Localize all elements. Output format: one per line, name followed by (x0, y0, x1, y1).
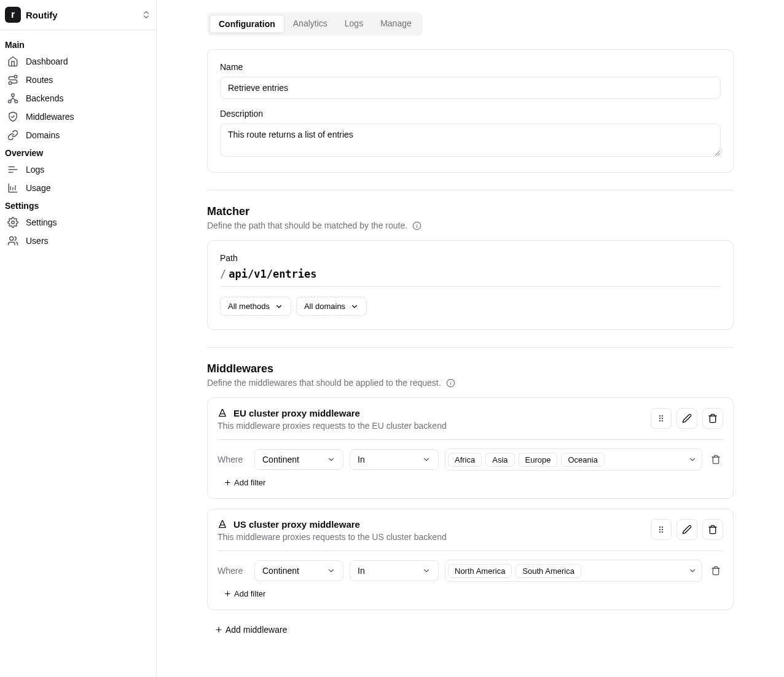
remove-filter-button[interactable] (708, 563, 723, 578)
matcher-desc: Define the path that should be matched b… (207, 221, 734, 230)
middlewares-desc: Define the middlewares that should be ap… (207, 378, 734, 388)
sidebar-item-label: Users (26, 236, 49, 246)
name-input[interactable] (220, 77, 721, 99)
where-label: Where (218, 566, 248, 576)
svg-point-17 (662, 420, 662, 421)
drag-handle[interactable] (651, 408, 672, 429)
users-icon (7, 235, 18, 246)
path-row: / (220, 268, 721, 287)
edit-button[interactable] (676, 519, 697, 540)
sidebar-item-settings[interactable]: Settings (5, 213, 151, 232)
tag[interactable]: Asia (485, 453, 514, 467)
sidebar-item-label: Middlewares (26, 112, 74, 122)
matcher-card: Path / All methods All domains (207, 240, 734, 330)
sidebar-item-label: Dashboard (26, 57, 68, 66)
cone-icon (218, 520, 227, 530)
path-input[interactable] (229, 268, 721, 280)
sidebar-item-logs[interactable]: Logs (5, 160, 151, 179)
tab-configuration[interactable]: Configuration (210, 15, 284, 33)
tag[interactable]: Oceania (561, 453, 604, 467)
svg-point-14 (659, 420, 660, 421)
add-filter-label: Add filter (234, 589, 265, 598)
filter-field-select[interactable]: Continent (254, 449, 343, 470)
edit-button[interactable] (676, 408, 697, 429)
svg-point-22 (662, 529, 662, 530)
info-icon[interactable] (446, 378, 455, 388)
plus-icon (214, 625, 223, 634)
svg-point-1 (14, 76, 17, 79)
description-input[interactable] (220, 123, 721, 157)
methods-select[interactable]: All methods (220, 297, 291, 316)
shield-icon (7, 111, 18, 122)
sidebar-item-routes[interactable]: Routes (5, 71, 151, 89)
add-filter-button[interactable]: Add filter (224, 589, 265, 598)
add-middleware-button[interactable]: Add middleware (214, 625, 287, 635)
tab-logs[interactable]: Logs (336, 15, 372, 33)
svg-point-9 (10, 237, 14, 240)
svg-point-23 (662, 531, 662, 532)
domains-select[interactable]: All domains (296, 297, 367, 316)
tag[interactable]: South America (515, 564, 581, 578)
sidebar-item-backends[interactable]: Backends (5, 89, 151, 108)
tab-manage[interactable]: Manage (372, 15, 420, 33)
middleware-desc: This middleware proxies requests to the … (218, 421, 447, 431)
name-label: Name (220, 62, 721, 72)
sidebar-item-label: Domains (26, 130, 60, 140)
chevron-down-icon (275, 302, 283, 311)
svg-point-16 (662, 418, 662, 418)
middlewares-title: Middlewares (207, 362, 734, 375)
sidebar-item-domains[interactable]: Domains (5, 126, 151, 144)
sidebar-item-middlewares[interactable]: Middlewares (5, 108, 151, 126)
svg-point-15 (662, 415, 662, 416)
filter-values-select[interactable]: North AmericaSouth America (445, 560, 702, 582)
nav-section-title: Settings (5, 197, 151, 213)
divider (207, 347, 734, 348)
remove-filter-button[interactable] (708, 452, 723, 467)
tag[interactable]: Europe (519, 453, 558, 467)
chevron-down-icon (688, 455, 697, 464)
chart-icon (7, 182, 18, 194)
delete-button[interactable] (702, 519, 723, 540)
tab-analytics[interactable]: Analytics (284, 15, 336, 33)
tag[interactable]: Africa (448, 453, 482, 467)
info-icon[interactable] (412, 221, 421, 230)
sidebar-item-dashboard[interactable]: Dashboard (5, 52, 151, 71)
path-label: Path (220, 253, 721, 263)
sidebar-item-label: Logs (26, 165, 44, 174)
filter-field-select[interactable]: Continent (254, 560, 343, 581)
link-icon (7, 130, 18, 141)
logs-icon (7, 164, 18, 175)
add-middleware-label: Add middleware (225, 625, 287, 635)
sidebar-item-usage[interactable]: Usage (5, 179, 151, 197)
backends-icon (7, 93, 18, 104)
middleware-card: US cluster proxy middleware This middlew… (207, 509, 734, 610)
sidebar-item-users[interactable]: Users (5, 232, 151, 250)
drag-handle[interactable] (651, 519, 672, 540)
middleware-desc: This middleware proxies requests to the … (218, 532, 447, 542)
sidebar-item-label: Routes (26, 75, 53, 85)
chevrons-up-down-icon (141, 10, 151, 20)
add-filter-button[interactable]: Add filter (224, 478, 265, 487)
nav-section-title: Overview (5, 144, 151, 160)
divider (207, 190, 734, 190)
path-slash: / (220, 268, 226, 280)
workspace-selector[interactable]: r Routify (0, 0, 156, 30)
middlewares-desc-text: Define the middlewares that should be ap… (207, 378, 441, 388)
filter-values-select[interactable]: AfricaAsiaEuropeOceania (445, 448, 702, 471)
filter-operator-select[interactable]: In (350, 560, 439, 581)
svg-point-19 (659, 529, 660, 530)
sidebar-nav: MainDashboardRoutesBackendsMiddlewaresDo… (0, 30, 156, 256)
basic-info-card: Name Description (207, 49, 734, 173)
filter-operator-select[interactable]: In (350, 449, 439, 470)
matcher-desc-text: Define the path that should be matched b… (207, 221, 407, 230)
tabs: ConfigurationAnalyticsLogsManage (207, 12, 423, 36)
route-icon (7, 74, 18, 85)
tag[interactable]: North America (448, 564, 512, 578)
matcher-title: Matcher (207, 205, 734, 218)
methods-select-label: All methods (228, 302, 270, 311)
brand-logo: r (5, 7, 21, 23)
delete-button[interactable] (702, 408, 723, 429)
add-filter-label: Add filter (234, 478, 265, 487)
svg-point-13 (659, 418, 660, 418)
where-label: Where (218, 455, 248, 464)
